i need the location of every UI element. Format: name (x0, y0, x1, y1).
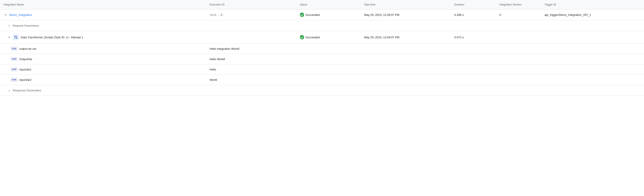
data-transformer-status-text: Succeeded (306, 36, 320, 39)
data-transformer-name-cell: Data Transformer (Script) (Task ID: 1) -… (0, 31, 206, 44)
data-transformer-expand-icon[interactable] (7, 35, 12, 40)
status-cell: Succeeded (296, 10, 360, 20)
data-transformer-version (496, 31, 541, 44)
var-name-cell-1: STR OutputVar (0, 54, 206, 64)
var-value-cell-0: Hello Integration World! (206, 44, 644, 54)
data-transformer-icon (13, 34, 19, 40)
request-parameters-row: Request Parameters (0, 20, 644, 31)
execution-id-value: 7ecd...6- (210, 14, 224, 16)
request-parameters-cell: Request Parameters (0, 20, 644, 31)
execution-id-cell: 7ecd...6- (206, 10, 296, 20)
variable-row-3: STR inputVar2 World (0, 75, 644, 85)
expand-icon[interactable] (4, 12, 8, 17)
data-transformer-duration: 0.072 s (451, 31, 496, 44)
response-params-expand-icon[interactable] (7, 88, 12, 92)
data-transformer-start-time: May 29, 2023, 12:09:07 PM (360, 31, 450, 44)
execution-table: Integration Name Execution ID Status Sta… (0, 0, 644, 96)
str-badge-0: STR (10, 47, 18, 51)
duration-cell: 0.288 s (451, 10, 496, 20)
data-transformer-status-icon (300, 35, 304, 40)
header-integration-name: Integration Name (0, 0, 206, 10)
data-transformer-trigger (541, 31, 644, 44)
variable-row-2: STR inputVar1 Hello (0, 64, 644, 75)
table-row: Demo_Integration 7ecd...6- Succeeded May… (0, 10, 644, 20)
var-name-2: inputVar1 (20, 68, 32, 71)
start-time-cell: May 29, 2023, 12:09:07 PM (360, 10, 450, 20)
request-parameters-label: Request Parameters (13, 24, 39, 27)
data-transformer-row: Data Transformer (Script) (Task ID: 1) -… (0, 31, 644, 44)
data-transformer-execution-id (206, 31, 296, 44)
header-status: Status (296, 0, 360, 10)
request-params-expand-icon[interactable] (7, 23, 12, 28)
header-duration: Duration (451, 0, 496, 10)
header-start-time: Start time (360, 0, 450, 10)
var-name-cell-0: STR output-str-var (0, 44, 206, 54)
variable-row-0: STR output-str-var Hello Integration Wor… (0, 44, 644, 54)
header-execution-id: Execution ID (206, 0, 296, 10)
status-text: Succeeded (306, 13, 320, 16)
response-parameters-row: Response Parameters (0, 85, 644, 96)
var-name-cell-2: STR inputVar1 (0, 64, 206, 75)
var-name-0: output-str-var (20, 47, 36, 50)
header-integration-version: Integration Version (496, 0, 541, 10)
var-name-cell-3: STR inputVar2 (0, 75, 206, 85)
integration-name-cell: Demo_Integration (0, 10, 206, 20)
header-trigger-id: Trigger ID (541, 0, 644, 10)
status-success-icon (300, 12, 304, 17)
integration-version-cell: 0 (496, 10, 541, 20)
str-badge-1: STR (10, 57, 18, 61)
variable-row-1: STR OutputVar Hello World! (0, 54, 644, 64)
data-transformer-name: Data Transformer (Script) (Task ID: 1) -… (21, 36, 83, 39)
svg-rect-1 (16, 36, 17, 37)
var-value-cell-2: Hello (206, 64, 644, 75)
var-value-cell-1: Hello World! (206, 54, 644, 64)
str-badge-2: STR (10, 68, 18, 71)
response-parameters-cell: Response Parameters (0, 85, 644, 96)
integration-name-link[interactable]: Demo_Integration (9, 13, 32, 16)
data-transformer-status-cell: Succeeded (296, 31, 360, 44)
table-header-row: Integration Name Execution ID Status Sta… (0, 0, 644, 10)
response-parameters-label: Response Parameters (13, 89, 41, 92)
svg-rect-2 (14, 38, 16, 38)
svg-rect-0 (14, 36, 16, 37)
svg-rect-3 (16, 38, 17, 38)
var-value-cell-3: World (206, 75, 644, 85)
var-name-3: inputVar2 (20, 78, 32, 82)
trigger-id-cell: api_trigger/Demo_Integration_API_1 (541, 10, 644, 20)
var-name-1: OutputVar (20, 58, 32, 61)
str-badge-3: STR (10, 78, 18, 82)
